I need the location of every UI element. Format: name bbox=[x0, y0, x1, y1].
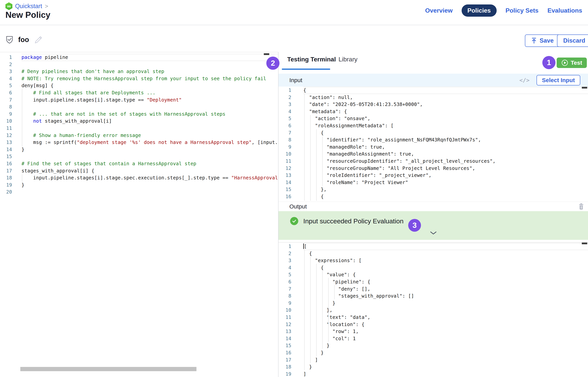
code-line[interactable]: 13 "row": 1, bbox=[279, 328, 588, 335]
line-number: 1 bbox=[0, 54, 12, 61]
code-line[interactable]: 18 input.pipeline.stages[i].stage.spec.e… bbox=[0, 174, 278, 182]
code-line[interactable]: 15 } bbox=[279, 342, 588, 349]
code-line[interactable]: 3 "expressions": [ bbox=[279, 257, 588, 264]
breadcrumb: ∞ Quickstart > bbox=[5, 2, 48, 10]
code-line[interactable]: 5 "value": { bbox=[279, 271, 588, 278]
code-line[interactable]: 10 "managedRoleAssignment": true, bbox=[279, 151, 588, 158]
code-line[interactable]: 11 bbox=[0, 125, 278, 132]
code-line[interactable]: 9 "managedRole": true, bbox=[279, 143, 588, 151]
code-line[interactable]: 11 "text": "data", bbox=[279, 314, 588, 321]
code-line[interactable]: 13 msg := sprintf("deployment stage '%s'… bbox=[0, 139, 278, 146]
tab-overview[interactable]: Overview bbox=[425, 7, 452, 14]
code-line[interactable]: 1[ bbox=[279, 243, 588, 250]
input-section-header: Input </> Select Input bbox=[279, 74, 588, 87]
input-label: Input bbox=[289, 77, 302, 83]
code-line[interactable]: 7 input.pipeline.stages[i].stage.type ==… bbox=[0, 96, 278, 104]
evaluation-result-text: Input succeeded Policy Evaluation bbox=[303, 217, 404, 225]
code-line[interactable]: 7 { bbox=[279, 130, 588, 137]
code-line[interactable]: 10 }, bbox=[279, 307, 588, 314]
trash-icon[interactable] bbox=[577, 202, 585, 211]
code-line[interactable]: 17 ] bbox=[279, 356, 588, 364]
code-line[interactable]: 9 } bbox=[279, 300, 588, 307]
line-number: 4 bbox=[0, 75, 12, 82]
code-line[interactable]: 20 bbox=[0, 188, 278, 196]
code-line[interactable]: 8 bbox=[0, 104, 278, 111]
code-line[interactable]: 6 # Find all stages that are Deployments… bbox=[0, 89, 278, 96]
annotation-badge-1: 1 bbox=[542, 56, 555, 69]
line-number: 18 bbox=[279, 364, 291, 371]
page-title: New Policy bbox=[5, 10, 50, 20]
harness-logo-icon: ∞ bbox=[5, 2, 12, 10]
code-line[interactable]: 13 "roleIdentifier": "_project_viewer", bbox=[279, 172, 588, 179]
code-line[interactable]: 10 not stages_with_approval[i] bbox=[0, 118, 278, 125]
tab-policy-sets[interactable]: Policy Sets bbox=[506, 7, 539, 14]
code-line[interactable]: 4# NOTE: Try removing the HarnessApprova… bbox=[0, 75, 278, 82]
code-line[interactable]: 18 } bbox=[279, 364, 588, 371]
output-json-editor[interactable]: 1[2 {3 "expressions": [4 {5 "value": {6 … bbox=[279, 242, 588, 377]
code-line[interactable]: 4 { bbox=[279, 264, 588, 271]
code-line[interactable]: 12 # Show a human-friendly error message bbox=[0, 132, 278, 139]
code-line[interactable]: 4 "metadata": { bbox=[279, 108, 588, 115]
code-line[interactable]: 6 "roleAssignmentMetadata": [ bbox=[279, 122, 588, 130]
tab-testing-terminal[interactable]: Testing Terminal bbox=[287, 56, 336, 63]
line-number: 10 bbox=[0, 118, 12, 125]
code-line[interactable]: 19] bbox=[279, 371, 588, 377]
line-number: 18 bbox=[0, 174, 12, 182]
chevron-down-icon[interactable] bbox=[429, 231, 437, 236]
code-line[interactable]: 6 "pipeline": { bbox=[279, 278, 588, 285]
line-number: 7 bbox=[279, 285, 291, 293]
input-json-editor[interactable]: 1{2 "action": null,3 "date": "2022-05-05… bbox=[279, 87, 588, 202]
tab-evaluations[interactable]: Evaluations bbox=[547, 7, 582, 14]
tab-policies[interactable]: Policies bbox=[462, 4, 497, 17]
indent-guide bbox=[22, 89, 22, 146]
tab-library[interactable]: Library bbox=[339, 56, 358, 63]
save-button[interactable]: Save bbox=[525, 35, 560, 47]
policy-editor-scrollbar-thumb[interactable] bbox=[264, 53, 269, 55]
discard-button[interactable]: Discard bbox=[557, 35, 588, 47]
policy-code-editor[interactable]: 1package pipeline23# Deny pipelines that… bbox=[0, 52, 278, 377]
code-line[interactable]: 2 bbox=[0, 61, 278, 68]
code-line[interactable]: 8 "stages_with_approval": [] bbox=[279, 293, 588, 300]
code-line[interactable]: 16# Find the set of stages that contain … bbox=[0, 160, 278, 167]
edit-pencil-icon[interactable] bbox=[34, 35, 43, 44]
code-line[interactable]: 16 } bbox=[279, 349, 588, 356]
code-line[interactable]: 15 bbox=[0, 153, 278, 160]
line-number: 17 bbox=[0, 167, 12, 175]
horizontal-scrollbar-thumb[interactable] bbox=[20, 367, 196, 371]
code-line[interactable]: 14 "col": 1 bbox=[279, 335, 588, 342]
code-line[interactable]: 11 "resourceGroupIdentifier": "_all_proj… bbox=[279, 158, 588, 165]
code-line[interactable]: 5deny[msg] { bbox=[0, 82, 278, 89]
code-line[interactable]: 1{ bbox=[279, 87, 588, 94]
code-line[interactable]: 2 { bbox=[279, 250, 588, 257]
code-line[interactable]: 19} bbox=[0, 182, 278, 189]
code-line[interactable]: 12 "resourceGroupName": "All Project Lev… bbox=[279, 165, 588, 172]
code-line[interactable]: 12 "location": { bbox=[279, 321, 588, 328]
breadcrumb-link-quickstart[interactable]: Quickstart bbox=[15, 3, 42, 10]
line-number: 4 bbox=[279, 108, 291, 115]
code-line[interactable]: 15 }, bbox=[279, 186, 588, 193]
code-line[interactable]: 14 "roleName": "Project Viewer" bbox=[279, 179, 588, 186]
code-line[interactable]: 17stages_with_approval[i] { bbox=[0, 167, 278, 175]
line-number: 15 bbox=[279, 342, 291, 349]
shield-check-icon bbox=[6, 36, 13, 44]
success-check-icon bbox=[290, 217, 298, 225]
select-input-button[interactable]: Select Input bbox=[537, 75, 580, 85]
code-line[interactable]: 7 "deny": [], bbox=[279, 285, 588, 293]
line-number: 4 bbox=[279, 264, 291, 271]
play-icon bbox=[561, 59, 568, 66]
line-number: 12 bbox=[279, 321, 291, 328]
code-line[interactable]: 3 "date": "2022-05-05T20:41:23.538+0000"… bbox=[279, 101, 588, 108]
input-editor-scrollbar-thumb[interactable] bbox=[582, 87, 587, 89]
code-view-icon[interactable]: </> bbox=[518, 77, 531, 84]
code-line[interactable]: 8 "identifier": "role_assignment_NsFQM43… bbox=[279, 136, 588, 143]
code-line[interactable]: 5 "action": "onsave", bbox=[279, 115, 588, 122]
test-button[interactable]: Test bbox=[557, 58, 587, 68]
indent-guide bbox=[304, 249, 305, 370]
code-line[interactable]: 3# Deny pipelines that don't have an app… bbox=[0, 68, 278, 75]
code-line[interactable]: 16 { bbox=[279, 193, 588, 200]
code-line[interactable]: 2 "action": null, bbox=[279, 94, 588, 101]
code-line[interactable]: 14} bbox=[0, 146, 278, 153]
code-line[interactable]: 1package pipeline bbox=[0, 54, 278, 61]
output-editor-scrollbar-thumb[interactable] bbox=[582, 243, 587, 244]
code-line[interactable]: 9 # ... that are not in the set of stage… bbox=[0, 111, 278, 118]
